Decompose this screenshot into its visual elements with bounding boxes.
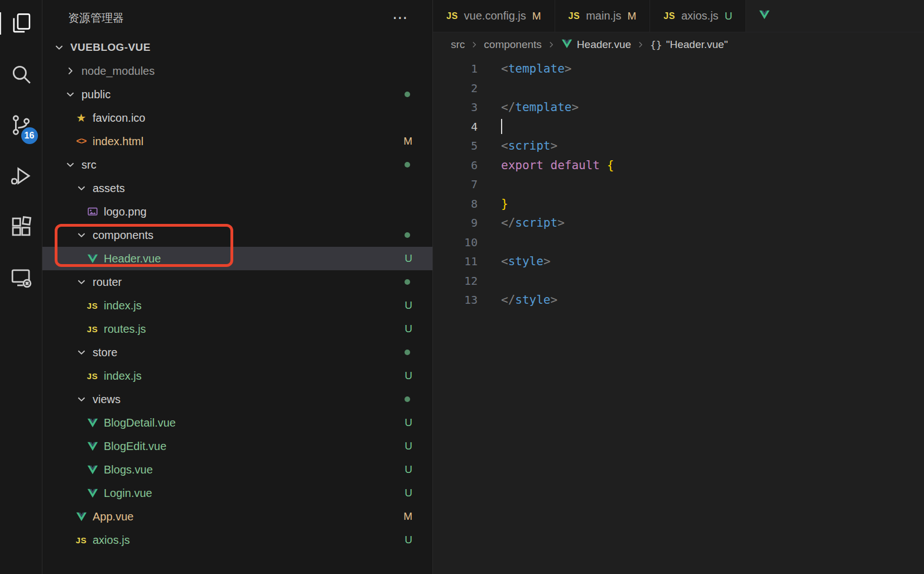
line-content: <script> xyxy=(478,139,557,152)
tree-file-logo.png[interactable]: logo.png xyxy=(42,200,432,223)
code-token: style xyxy=(515,293,550,307)
code-line-9[interactable]: 9</script> xyxy=(433,213,924,233)
code-line-13[interactable]: 13</style> xyxy=(433,290,924,310)
line-content: } xyxy=(478,197,508,211)
code-line-10[interactable]: 10 xyxy=(433,233,924,252)
code-line-11[interactable]: 11<style> xyxy=(433,252,924,271)
indent xyxy=(42,470,85,470)
vue-file-icon xyxy=(86,252,99,265)
tree-file-index.js[interactable]: JSindex.jsU xyxy=(42,364,432,388)
tree-folder-src[interactable]: src xyxy=(42,153,432,176)
tree-file-index.html[interactable]: <>index.htmlM xyxy=(42,130,432,153)
file-icon-slot: JS xyxy=(85,317,100,341)
code-token: export xyxy=(501,159,543,172)
item-label: store xyxy=(93,346,117,359)
breadcrumb-item[interactable]: Header.vue xyxy=(561,37,631,52)
tree-folder-components[interactable]: components xyxy=(42,223,432,247)
git-status-badge: U xyxy=(405,417,412,429)
item-label: index.js xyxy=(104,370,142,382)
code-line-5[interactable]: 5<script> xyxy=(433,136,924,156)
tree-file-BlogDetail.vue[interactable]: BlogDetail.vueU xyxy=(42,411,432,434)
tab-vue.config.js[interactable]: JSvue.config.jsM xyxy=(433,0,555,32)
tab-bar: JSvue.config.jsMJSmain.jsMJSaxios.jsU xyxy=(433,0,924,32)
editor-area: JSvue.config.jsMJSmain.jsMJSaxios.jsU sr… xyxy=(433,0,924,574)
code-line-2[interactable]: 2 xyxy=(433,79,924,98)
tree-folder-node_modules[interactable]: node_modules xyxy=(42,59,432,83)
code-line-8[interactable]: 8} xyxy=(433,194,924,214)
tree-folder-store[interactable]: store xyxy=(42,341,432,364)
extensions-icon[interactable] xyxy=(7,212,36,241)
breadcrumb-item[interactable]: src xyxy=(451,39,465,51)
line-number: 1 xyxy=(433,62,478,75)
code-token: < xyxy=(501,139,508,152)
tree-file-index.js[interactable]: JSindex.jsU xyxy=(42,294,432,317)
item-label: App.vue xyxy=(93,510,133,523)
item-label: src xyxy=(81,159,97,171)
tree-folder-public[interactable]: public xyxy=(42,83,432,106)
breadcrumb-item[interactable]: components xyxy=(484,39,542,51)
git-status-badge: M xyxy=(403,135,412,147)
code-line-7[interactable]: 7 xyxy=(433,175,924,194)
code-token: script xyxy=(508,139,551,152)
item-label: BlogEdit.vue xyxy=(104,440,166,453)
search-icon[interactable] xyxy=(7,60,36,89)
tree-file-Header.vue[interactable]: Header.vueU xyxy=(42,247,432,270)
code-line-12[interactable]: 12 xyxy=(433,271,924,291)
item-label: Login.vue xyxy=(104,487,152,500)
indent xyxy=(42,259,85,259)
chevron-down-icon xyxy=(74,176,89,200)
play-bug-icon xyxy=(9,164,33,188)
tab-partial-vue[interactable] xyxy=(746,0,924,32)
git-status-badge: U xyxy=(725,10,733,22)
tree-folder-assets[interactable]: assets xyxy=(42,176,432,200)
git-modified-dot xyxy=(405,350,410,355)
tab-main.js[interactable]: JSmain.jsM xyxy=(555,0,651,32)
breadcrumb-item[interactable]: {}"Header.vue" xyxy=(650,39,728,51)
line-number: 10 xyxy=(433,236,478,249)
text-cursor xyxy=(501,119,502,134)
run-debug-icon[interactable] xyxy=(7,161,36,190)
code-line-3[interactable]: 3</template> xyxy=(433,98,924,117)
scm-badge: 16 xyxy=(21,127,38,144)
tab-axios.js[interactable]: JSaxios.jsU xyxy=(650,0,746,32)
git-status-badge: U xyxy=(405,323,412,335)
tree-folder-router[interactable]: router xyxy=(42,270,432,294)
file-tree: VUEBLOG-VUEnode_modulespublic★favicon.ic… xyxy=(42,36,432,552)
code-token xyxy=(543,159,551,172)
source-control-icon[interactable]: 16 xyxy=(7,111,36,140)
indent xyxy=(42,329,85,329)
indent xyxy=(42,165,62,165)
tree-file-Blogs.vue[interactable]: Blogs.vueU xyxy=(42,458,432,481)
code-token: > xyxy=(551,293,558,307)
git-status-badge: U xyxy=(405,534,412,546)
js-file-icon: JS xyxy=(87,324,98,334)
vscode-window: 16 资源管理器 ⋯ VUEBLOG-VUEnode_modulespublic… xyxy=(0,0,924,574)
more-actions-icon[interactable]: ⋯ xyxy=(392,10,409,26)
tree-folder-views[interactable]: views xyxy=(42,388,432,411)
tree-file-favicon.ico[interactable]: ★favicon.ico xyxy=(42,106,432,130)
tree-folder-VUEBLOG-VUE[interactable]: VUEBLOG-VUE xyxy=(42,36,432,59)
tree-file-axios.js[interactable]: JSaxios.jsU xyxy=(42,528,432,552)
code-token: { xyxy=(607,159,614,172)
vue-file-icon xyxy=(86,440,99,452)
explorer-icon[interactable] xyxy=(7,9,36,38)
code-line-4[interactable]: 4 xyxy=(433,117,924,137)
tree-file-routes.js[interactable]: JSroutes.jsU xyxy=(42,317,432,341)
code-editor[interactable]: 1<template>23</template>45<script>6expor… xyxy=(433,57,924,574)
line-number: 2 xyxy=(433,82,478,95)
code-token: template xyxy=(515,101,571,114)
git-status-badge: U xyxy=(405,299,412,312)
code-line-1[interactable]: 1<template> xyxy=(433,59,924,79)
tree-file-BlogEdit.vue[interactable]: BlogEdit.vueU xyxy=(42,434,432,458)
item-label: Header.vue xyxy=(104,252,161,265)
indent xyxy=(42,540,74,540)
line-number: 13 xyxy=(433,293,478,307)
code-line-6[interactable]: 6export default { xyxy=(433,156,924,175)
indent xyxy=(42,141,74,142)
tree-file-Login.vue[interactable]: Login.vueU xyxy=(42,481,432,505)
tree-file-App.vue[interactable]: App.vueM xyxy=(42,505,432,528)
line-number: 5 xyxy=(433,139,478,152)
remote-explorer-icon[interactable] xyxy=(7,263,36,292)
vue-file-icon xyxy=(86,463,99,476)
file-icon-slot: JS xyxy=(74,528,89,552)
